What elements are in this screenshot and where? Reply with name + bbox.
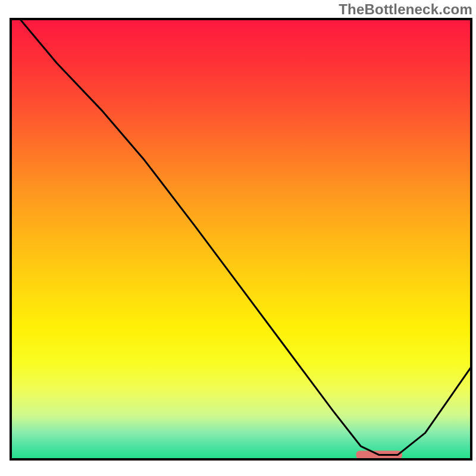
gradient-background (11, 19, 471, 459)
watermark-text: TheBottleneck.com (339, 1, 472, 18)
chart-container: TheBottleneck.com (0, 0, 476, 476)
bottleneck-chart (0, 0, 476, 476)
